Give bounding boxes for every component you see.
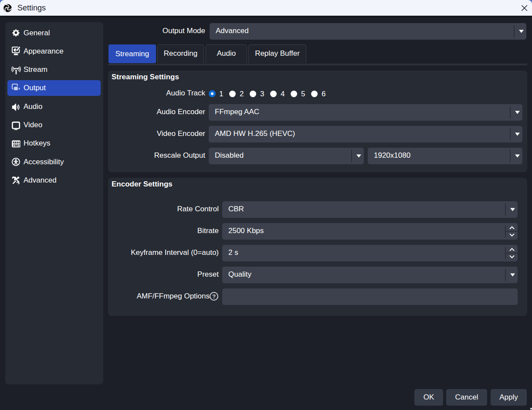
svg-text:?: ? — [212, 293, 216, 300]
